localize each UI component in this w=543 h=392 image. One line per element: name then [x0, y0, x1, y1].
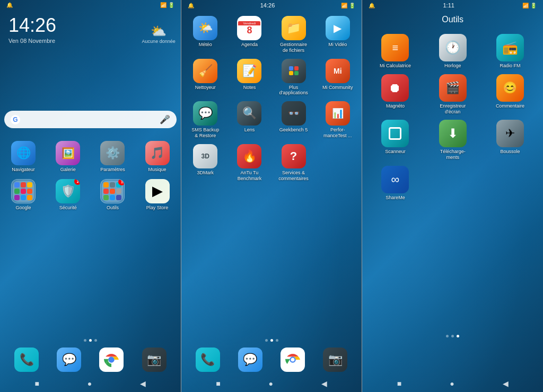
app-3dmark[interactable]: 3D 3DMark — [185, 144, 226, 182]
parametres-label: Paramètres — [100, 167, 125, 173]
dock-chrome[interactable] — [91, 348, 132, 372]
horloge-label: Horloge — [444, 63, 461, 69]
app-musique[interactable]: 🎵 Musique — [136, 141, 179, 173]
app-playstore[interactable]: ▶ Play Store — [136, 179, 179, 211]
app-antutu[interactable]: 🔥 AnTu Tu Benchmark — [229, 144, 270, 182]
nav2-square[interactable]: ■ — [216, 379, 220, 388]
magneto-label: Magnéto — [386, 103, 405, 109]
app-notes[interactable]: 📝 Notes — [229, 59, 270, 96]
plusapps-icon — [282, 59, 306, 83]
home-content: G 🎤 🌐 Navigateur 🖼️ Galerie — [0, 47, 181, 392]
nav-circle[interactable]: ● — [87, 379, 92, 388]
boussole-icon: ✈ — [496, 120, 524, 147]
app-parametres[interactable]: ⚙️ Paramètres — [91, 141, 134, 173]
dock2-camera[interactable]: 📷 — [315, 348, 355, 372]
app-services[interactable]: ? Services & commentaires — [273, 144, 314, 182]
app-boussole[interactable]: ✈ Boussole — [484, 120, 537, 161]
app-smsbackup[interactable]: 💬 SMS Backup & Restore — [185, 101, 226, 139]
app-lens[interactable]: 🔍 Lens — [229, 101, 270, 139]
telechargements-label: Télécharge-ments — [437, 149, 469, 161]
signal-icon: 📶 — [160, 2, 167, 8]
nav-square[interactable]: ■ — [34, 379, 39, 388]
nav3-back[interactable]: ◀ — [503, 379, 509, 388]
svg-point-0 — [109, 357, 115, 363]
scan-box — [389, 127, 401, 140]
mivideo-icon: ▶ — [326, 16, 350, 40]
app-commentaire[interactable]: 😊 Commentaire — [484, 74, 537, 115]
app-nettoyeur[interactable]: 🧹 Nettoyeur — [185, 59, 226, 96]
smsbackup-label: SMS Backup & Restore — [189, 127, 221, 139]
status-bar-1: 🔔 📶 🔋 — [0, 0, 181, 10]
dock2-phone[interactable]: 📞 — [188, 348, 228, 372]
spacer-2 — [181, 183, 362, 337]
app-mivideo[interactable]: ▶ Mi Vidéo — [317, 16, 358, 54]
tools-grid: ≡ Mi Calculatrice 🕐 Horloge 📻 Radio FM — [362, 32, 543, 203]
antutu-label: AnTu Tu Benchmark — [233, 170, 265, 182]
nettoyeur-icon: 🧹 — [193, 59, 217, 83]
app-horloge[interactable]: 🕐 Horloge — [426, 34, 479, 69]
search-bar[interactable]: G 🎤 — [4, 111, 177, 128]
dock-camera[interactable]: 📷 — [134, 348, 174, 372]
playstore-label: Play Store — [146, 205, 169, 211]
telechargements-icon: ⬇ — [439, 120, 467, 147]
nav2-circle[interactable]: ● — [269, 379, 273, 388]
page-indicators-2 — [181, 337, 362, 343]
files-label: Gestionnaire de fichiers — [278, 42, 310, 54]
app-calculatrice[interactable]: ≡ Mi Calculatrice — [369, 34, 422, 69]
messages-icon: 💬 — [57, 348, 81, 372]
nav2-back[interactable]: ◀ — [321, 379, 327, 388]
app-securite[interactable]: 🛡️ 2 Sécurité — [47, 179, 89, 211]
playstore-icon: ▶ — [145, 179, 170, 203]
app-galerie[interactable]: 🖼️ Galerie — [47, 141, 89, 173]
app-navigateur[interactable]: 🌐 Navigateur — [2, 141, 45, 173]
app-grid-home-row2: Google 🛡️ 2 Sécurité — [0, 177, 181, 213]
dot-2-2 — [270, 339, 273, 342]
page-indicators-3 — [362, 333, 543, 339]
spacer-3 — [362, 203, 543, 333]
dock2-messages[interactable]: 💬 — [230, 348, 270, 372]
dock-phone[interactable]: 📞 — [6, 348, 47, 372]
folder-grid-google — [13, 181, 34, 202]
app-outils-folder[interactable]: 1 Outils — [91, 179, 134, 211]
nav-bar-3: ■ ● ◀ — [362, 376, 543, 392]
musique-label: Musique — [148, 167, 167, 173]
app-scanneur[interactable]: Scanneur — [369, 120, 422, 161]
app-performancetest[interactable]: 📊 Perfor-manceTest ... — [317, 101, 358, 139]
securite-icon: 🛡️ 2 — [56, 179, 80, 203]
app-enregistreur[interactable]: 🎬 Enregistreur d'écran — [426, 74, 479, 115]
files-icon: 📁 — [282, 16, 306, 40]
agenda-label: Agenda — [241, 42, 258, 48]
alarm-icon-2: 🔔 — [188, 3, 194, 8]
parametres-icon: ⚙️ — [100, 141, 125, 165]
securite-badge: 2 — [74, 179, 80, 185]
app-magneto[interactable]: ⏺ Magnéto — [369, 74, 422, 115]
app-shareme[interactable]: ∞ ShareMe — [369, 166, 422, 201]
calculatrice-label: Mi Calculatrice — [380, 63, 411, 69]
app-radiofm[interactable]: 📻 Radio FM — [484, 34, 537, 69]
dock2-chrome[interactable] — [273, 348, 313, 372]
app-meteo[interactable]: 🌤️ Météo — [185, 16, 226, 54]
meteo-label: Météo — [199, 42, 212, 48]
signal-icon-2: 📶 — [341, 3, 347, 8]
magneto-icon: ⏺ — [381, 74, 409, 102]
nav3-square[interactable]: ■ — [397, 379, 401, 388]
radiofm-label: Radio FM — [500, 63, 520, 69]
alarm-icon-3: 🔔 — [369, 3, 375, 8]
lens-icon: 🔍 — [237, 101, 261, 126]
app-micommunity[interactable]: Mi Mi Community — [317, 59, 358, 96]
app-agenda[interactable]: Vendredi 8 Agenda — [229, 16, 270, 54]
dock-messages[interactable]: 💬 — [49, 348, 89, 372]
app-telechargements[interactable]: ⬇ Télécharge-ments — [426, 120, 479, 161]
dot-3-1 — [446, 335, 449, 337]
app-plusapps[interactable]: Plus d'applications — [273, 59, 314, 96]
nav-back[interactable]: ◀ — [140, 379, 146, 388]
app-geekbench[interactable]: 👓 Geekbench 5 — [273, 101, 314, 139]
app-files[interactable]: 📁 Gestionnaire de fichiers — [273, 16, 314, 54]
phone-icon: 📞 — [14, 348, 39, 372]
mic-icon[interactable]: 🎤 — [160, 114, 170, 124]
3dmark-icon: 3D — [193, 144, 217, 168]
weather-widget: ⛅ Aucune donnée — [142, 24, 176, 44]
nav3-circle[interactable]: ● — [450, 379, 454, 388]
app-google-folder[interactable]: Google — [2, 179, 45, 211]
boussole-label: Boussole — [500, 149, 520, 155]
